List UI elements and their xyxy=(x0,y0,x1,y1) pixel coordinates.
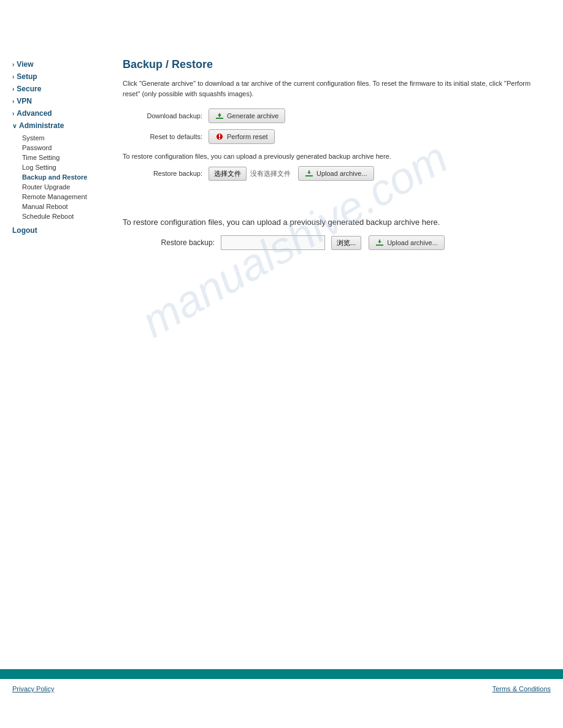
sidebar-submenu-password[interactable]: Password xyxy=(22,143,110,153)
sidebar-item-label: Setup xyxy=(17,72,37,81)
page-description: Click "Generate archive" to download a t… xyxy=(123,78,538,99)
sidebar-item-administrate[interactable]: ∨ Administrate xyxy=(12,119,110,132)
chevron-right-icon: › xyxy=(12,86,14,93)
no-file-text: 没有选择文件 xyxy=(250,169,291,178)
svg-marker-8 xyxy=(378,240,381,243)
restore-description: To restore configuration files, you can … xyxy=(123,153,538,160)
svg-rect-0 xyxy=(216,118,223,119)
sidebar-item-label: VPN xyxy=(17,97,32,105)
bottom-restore-row: Restore backup: 浏览... Upload arch xyxy=(123,235,538,250)
sidebar-item-setup[interactable]: › Setup xyxy=(12,70,110,83)
bottom-restore-label: Restore backup: xyxy=(123,238,221,247)
chevron-right-icon: › xyxy=(12,98,14,105)
sidebar-submenu-schedule-reboot[interactable]: Schedule Reboot xyxy=(22,211,110,221)
file-path-input[interactable] xyxy=(221,235,325,250)
content-area: Backup / Restore Click "Generate archive… xyxy=(110,55,551,594)
download-icon xyxy=(215,112,224,120)
restore-backup-label: Restore backup: xyxy=(123,170,209,177)
sidebar-item-label: Administrate xyxy=(19,121,64,130)
chevron-right-icon: › xyxy=(12,110,14,117)
sidebar: › View › Setup › Secure › VPN › Advanced… xyxy=(12,55,110,594)
page-title: Backup / Restore xyxy=(123,58,538,71)
sidebar-item-secure[interactable]: › Secure xyxy=(12,83,110,95)
reset-icon xyxy=(215,132,224,141)
restore-backup-row: Restore backup: 选择文件 没有选择文件 xyxy=(123,166,538,181)
footer-bar xyxy=(0,669,563,679)
sidebar-submenu-system[interactable]: System xyxy=(22,133,110,143)
bottom-upload-button[interactable]: Upload archive... xyxy=(369,235,445,250)
upload-icon xyxy=(305,169,313,178)
svg-rect-4 xyxy=(219,138,220,139)
bottom-upload-label: Upload archive... xyxy=(387,239,438,246)
reset-defaults-label: Reset to defaults: xyxy=(123,133,209,140)
restore-section: To restore configuration files, you can … xyxy=(123,153,538,181)
footer-left-link[interactable]: Privacy Policy xyxy=(12,685,54,692)
sidebar-submenu-manual-reboot[interactable]: Manual Reboot xyxy=(22,202,110,211)
sidebar-item-label: Secure xyxy=(17,85,41,93)
bottom-browse-button[interactable]: 浏览... xyxy=(331,236,361,250)
svg-marker-6 xyxy=(307,170,311,174)
sidebar-submenu-administrate: System Password Time Setting Log Setting… xyxy=(22,133,110,221)
svg-rect-5 xyxy=(305,175,313,176)
chevron-right-icon: › xyxy=(12,61,14,68)
footer-links: Privacy Policy Terms & Conditions xyxy=(12,685,551,692)
svg-rect-3 xyxy=(219,134,220,137)
bottom-restore-section: To restore configuration files, you can … xyxy=(123,205,538,268)
sidebar-item-view[interactable]: › View xyxy=(12,58,110,70)
footer-right-link[interactable]: Terms & Conditions xyxy=(492,685,551,692)
reset-defaults-row: Reset to defaults: Perform reset xyxy=(123,129,538,144)
chevron-right-icon: › xyxy=(12,74,14,80)
generate-archive-label: Generate archive xyxy=(227,112,278,119)
sidebar-submenu-remote-management[interactable]: Remote Management xyxy=(22,192,110,202)
sidebar-item-label: Advanced xyxy=(17,109,52,118)
sidebar-item-vpn[interactable]: › VPN xyxy=(12,95,110,107)
sidebar-submenu-router-upgrade[interactable]: Router Upgrade xyxy=(22,182,110,192)
sidebar-item-advanced[interactable]: › Advanced xyxy=(12,107,110,119)
svg-rect-7 xyxy=(376,245,383,246)
upload-archive-label: Upload archive... xyxy=(316,170,367,177)
browse-label: 选择文件 xyxy=(214,169,241,178)
sidebar-submenu-log-setting[interactable]: Log Setting xyxy=(22,162,110,172)
sidebar-submenu-time-setting[interactable]: Time Setting xyxy=(22,153,110,162)
browse-button[interactable]: 选择文件 xyxy=(209,167,247,181)
file-input-container: 选择文件 没有选择文件 xyxy=(209,167,291,181)
bottom-browse-label: 浏览... xyxy=(337,238,356,248)
upload-archive-button[interactable]: Upload archive... xyxy=(298,166,374,181)
download-backup-label: Download backup: xyxy=(123,112,209,119)
svg-marker-1 xyxy=(218,113,221,117)
upload-icon-2 xyxy=(375,238,384,247)
logout-link[interactable]: Logout xyxy=(12,226,110,235)
perform-reset-label: Perform reset xyxy=(227,133,268,140)
generate-archive-button[interactable]: Generate archive xyxy=(209,108,285,123)
perform-reset-button[interactable]: Perform reset xyxy=(209,129,275,144)
bottom-restore-description: To restore configuration files, you can … xyxy=(123,218,538,227)
chevron-down-icon: ∨ xyxy=(12,123,17,129)
download-backup-row: Download backup: Generate archive xyxy=(123,108,538,123)
sidebar-item-label: View xyxy=(17,60,33,69)
sidebar-submenu-backup-restore[interactable]: Backup and Restore xyxy=(22,172,110,182)
